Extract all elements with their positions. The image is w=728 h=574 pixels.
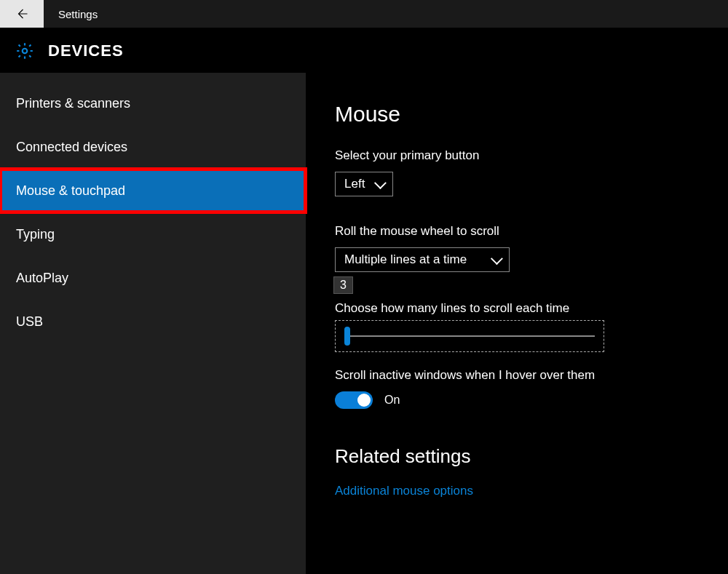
sidebar-item-typing[interactable]: Typing [0,212,306,256]
inactive-windows-toggle[interactable] [335,391,373,409]
app-title: Settings [58,8,98,20]
additional-mouse-options-link[interactable]: Additional mouse options [335,484,728,498]
svg-point-0 [23,49,28,54]
sidebar-item-label: Printers & scanners [16,96,130,111]
sidebar-item-label: USB [16,314,43,330]
scroll-mode-label: Roll the mouse wheel to scroll [335,224,728,239]
sidebar-item-printers[interactable]: Printers & scanners [0,81,306,125]
arrow-left-icon [15,7,28,20]
primary-button-dropdown[interactable]: Left [335,172,393,196]
category-title: DEVICES [48,41,124,60]
sidebar-item-connected-devices[interactable]: Connected devices [0,125,306,169]
slider-tooltip: 3 [333,276,353,294]
dropdown-value: Left [344,177,365,191]
scroll-mode-dropdown[interactable]: Multiple lines at a time [335,247,510,272]
back-button[interactable] [0,0,44,28]
sidebar-item-label: AutoPlay [16,271,68,286]
lines-slider[interactable] [335,320,604,352]
sidebar-item-mouse-touchpad[interactable]: Mouse & touchpad [0,169,306,212]
sidebar-item-usb[interactable]: USB [0,300,306,343]
chevron-down-icon [374,177,387,189]
category-header: DEVICES [15,36,124,65]
content-pane: Mouse Select your primary button Left Ro… [306,73,728,574]
sidebar-item-label: Mouse & touchpad [16,183,125,199]
toggle-knob [357,394,371,407]
gear-icon [15,41,35,61]
dropdown-value: Multiple lines at a time [344,252,467,267]
primary-button-label: Select your primary button [335,148,728,163]
titlebar: Settings [0,0,728,28]
sidebar-item-label: Typing [16,227,55,242]
related-settings-title: Related settings [335,445,728,468]
lines-slider-section: 3 Choose how many lines to scroll each t… [335,301,728,352]
slider-track [344,335,595,337]
page-title: Mouse [335,102,728,127]
inactive-windows-label: Scroll inactive windows when I hover ove… [335,368,728,383]
sidebar-item-autoplay[interactable]: AutoPlay [0,256,306,300]
toggle-state-text: On [384,394,400,407]
lines-label: Choose how many lines to scroll each tim… [335,301,728,316]
sidebar-item-label: Connected devices [16,140,127,155]
sidebar: Printers & scanners Connected devices Mo… [0,73,306,574]
slider-thumb[interactable] [344,327,350,346]
chevron-down-icon [491,252,503,265]
